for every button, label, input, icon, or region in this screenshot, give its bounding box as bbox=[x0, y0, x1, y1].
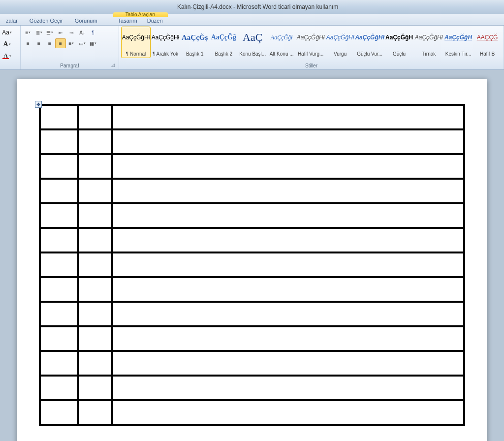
paragraph-launcher-icon[interactable]: ◿ bbox=[110, 63, 116, 68]
table-cell[interactable] bbox=[78, 154, 112, 179]
table-cell[interactable] bbox=[40, 277, 78, 302]
table-cell[interactable] bbox=[40, 252, 78, 277]
table-row[interactable] bbox=[40, 252, 464, 277]
numbering-button[interactable] bbox=[33, 28, 44, 37]
tab-view[interactable]: Görünüm bbox=[69, 16, 103, 25]
style-item-st-lite[interactable]: AaÇçĞğHłHafif Vurg... bbox=[296, 27, 325, 58]
style-item-st-iquote[interactable]: AaÇçĞğHKeskin Tır... bbox=[443, 27, 473, 58]
table-cell[interactable] bbox=[112, 400, 464, 425]
table-cell[interactable] bbox=[112, 179, 464, 203]
table-cell[interactable] bbox=[78, 277, 112, 302]
show-marks-button[interactable] bbox=[88, 28, 98, 37]
table-cell[interactable] bbox=[40, 203, 78, 228]
table-cell[interactable] bbox=[40, 376, 78, 400]
table-cell[interactable] bbox=[112, 326, 464, 351]
line-spacing-button[interactable] bbox=[66, 38, 77, 48]
document-workspace[interactable]: ✥ bbox=[0, 70, 504, 441]
increase-indent-button[interactable] bbox=[66, 28, 77, 37]
table-row[interactable] bbox=[40, 277, 464, 302]
table-row[interactable] bbox=[40, 326, 464, 351]
table-cell[interactable] bbox=[40, 179, 78, 203]
table-cell[interactable] bbox=[112, 105, 464, 129]
table-row[interactable] bbox=[40, 203, 464, 228]
style-item-st-title[interactable]: AaÇKonu Başl... bbox=[238, 27, 267, 58]
style-item-st-ref[interactable]: AAÇÇĞHafif B bbox=[473, 27, 502, 58]
ribbon-tabs: zalar Gözden Geçir Görünüm Tablo Araçlar… bbox=[0, 14, 504, 26]
style-preview: AaÇçĞğH bbox=[444, 29, 472, 46]
style-item-st-quote[interactable]: AaÇçĞğHłTırnak bbox=[414, 27, 443, 58]
table-cell[interactable] bbox=[112, 154, 464, 179]
sort-button[interactable] bbox=[77, 28, 88, 37]
table-cell[interactable] bbox=[78, 105, 112, 129]
table-cell[interactable] bbox=[78, 351, 112, 376]
table-cell[interactable] bbox=[78, 252, 112, 277]
table-cell[interactable] bbox=[112, 203, 464, 228]
decrease-indent-button[interactable] bbox=[55, 28, 66, 37]
style-item-st-semp[interactable]: AaÇçĞğHłGüçlü Vur... bbox=[355, 27, 384, 58]
table-move-handle[interactable]: ✥ bbox=[35, 101, 42, 108]
table-cell[interactable] bbox=[78, 302, 112, 326]
font-color-button[interactable]: A bbox=[2, 51, 12, 61]
table-cell[interactable] bbox=[40, 351, 78, 376]
table-cell[interactable] bbox=[78, 203, 112, 228]
borders-button[interactable] bbox=[88, 38, 98, 48]
table-cell[interactable] bbox=[112, 129, 464, 154]
style-item-st-emph[interactable]: AaÇçĞğHłVurgu bbox=[325, 27, 355, 58]
table-row[interactable] bbox=[40, 154, 464, 179]
table-cell[interactable] bbox=[78, 376, 112, 400]
page[interactable]: ✥ bbox=[17, 79, 487, 441]
table-cell[interactable] bbox=[78, 400, 112, 425]
table-cell[interactable] bbox=[40, 228, 78, 252]
tab-design[interactable]: Tasarım bbox=[113, 17, 142, 25]
table-cell[interactable] bbox=[112, 228, 464, 252]
table-cell[interactable] bbox=[40, 326, 78, 351]
table-cell[interactable] bbox=[78, 326, 112, 351]
table-cell[interactable] bbox=[112, 376, 464, 400]
bullets-button[interactable] bbox=[23, 28, 33, 37]
table-cell[interactable] bbox=[112, 351, 464, 376]
table-cell[interactable] bbox=[40, 302, 78, 326]
table-row[interactable] bbox=[40, 302, 464, 326]
table-row[interactable] bbox=[40, 376, 464, 400]
style-label: Başlık 2 bbox=[211, 51, 236, 57]
style-label: Güçlü Vur... bbox=[356, 51, 383, 57]
align-justify-button[interactable] bbox=[55, 38, 66, 48]
grow-font-button[interactable]: A bbox=[2, 39, 12, 49]
align-right-button[interactable] bbox=[44, 38, 55, 48]
table-row[interactable] bbox=[40, 228, 464, 252]
table-cell[interactable] bbox=[112, 302, 464, 326]
style-item-st-normal[interactable]: AaÇçĞğHł¶ Normal bbox=[121, 27, 151, 58]
shading-button[interactable] bbox=[77, 38, 88, 48]
tab-layout[interactable]: Düzen bbox=[142, 17, 168, 25]
tab-review[interactable]: Gözden Geçir bbox=[24, 16, 69, 25]
style-item-st-h2[interactable]: AaÇçĞğBaşlık 2 bbox=[209, 27, 238, 58]
table-row[interactable] bbox=[40, 179, 464, 203]
style-item-st-sub[interactable]: AaÇçĞğłAlt Konu ... bbox=[267, 27, 296, 58]
table-cell[interactable] bbox=[40, 129, 78, 154]
align-center-button[interactable] bbox=[33, 38, 44, 48]
table-cell[interactable] bbox=[78, 228, 112, 252]
table-cell[interactable] bbox=[40, 154, 78, 179]
document-table[interactable] bbox=[39, 104, 465, 426]
tab-partial-left[interactable]: zalar bbox=[0, 16, 24, 25]
table-cell[interactable] bbox=[78, 179, 112, 203]
table-cell[interactable] bbox=[78, 129, 112, 154]
style-item-st-strong[interactable]: AaÇçĞğHGüçlü bbox=[384, 27, 414, 58]
style-label: Tırnak bbox=[415, 51, 442, 57]
table-cell[interactable] bbox=[40, 105, 78, 129]
style-label: Güçlü bbox=[386, 51, 412, 57]
align-left-button[interactable] bbox=[23, 38, 33, 48]
style-item-st-nospace[interactable]: AaÇçĞğHł¶ Aralık Yok bbox=[151, 27, 180, 58]
table-row[interactable] bbox=[40, 400, 464, 425]
style-preview: AaÇçĞğHł bbox=[326, 29, 354, 46]
table-cell[interactable] bbox=[112, 277, 464, 302]
table-cell[interactable] bbox=[40, 400, 78, 425]
change-case-button[interactable]: Aa bbox=[2, 28, 12, 37]
style-label: Vurgu bbox=[327, 51, 353, 57]
multilevel-list-button[interactable] bbox=[44, 28, 55, 37]
table-cell[interactable] bbox=[112, 252, 464, 277]
table-row[interactable] bbox=[40, 351, 464, 376]
style-item-st-h1[interactable]: AaÇçĞşBaşlık 1 bbox=[180, 27, 209, 58]
table-row[interactable] bbox=[40, 129, 464, 154]
table-row[interactable] bbox=[40, 105, 464, 129]
